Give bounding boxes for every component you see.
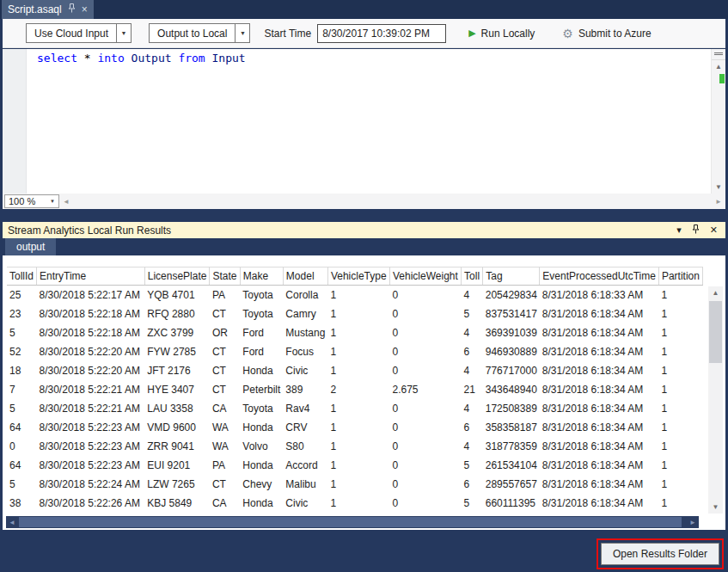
close-panel-icon[interactable]: ✕: [710, 224, 718, 236]
scroll-down-icon[interactable]: ▼: [712, 181, 725, 194]
scroll-down-icon[interactable]: ▼: [708, 501, 723, 514]
query-code-line[interactable]: select * into Output from Input: [37, 52, 246, 65]
splitter-grip-icon[interactable]: [712, 49, 725, 60]
document-tab-script-asaql[interactable]: Script.asaql ×: [2, 0, 94, 19]
table-row[interactable]: 648/30/2018 5:22:23 AMVMD 9600WAHondaCRV…: [7, 418, 703, 437]
table-cell: 5: [7, 399, 37, 418]
table-row[interactable]: 08/30/2018 5:22:23 AMZRR 9041WAVolvoS801…: [7, 437, 703, 456]
table-cell: 1: [658, 437, 702, 456]
column-header[interactable]: TollId: [7, 268, 37, 286]
column-header[interactable]: State: [210, 268, 240, 286]
column-header[interactable]: EventProcessedUtcTime: [540, 268, 659, 286]
grid-horizontal-scrollbar[interactable]: ◄ ►: [6, 516, 699, 528]
table-cell: 6: [462, 475, 483, 494]
input-source-dropdown[interactable]: Use Cloud Input ▼: [26, 23, 132, 43]
table-cell: CA: [210, 494, 240, 513]
table-cell: ZRR 9041: [144, 437, 210, 456]
run-locally-button[interactable]: ▶ Run Locally: [463, 27, 540, 40]
chevron-down-icon[interactable]: ▼: [235, 24, 249, 42]
grid-vertical-scrollbar[interactable]: ▲ ▼: [708, 286, 723, 514]
table-cell: 1: [327, 304, 389, 323]
close-tab-icon[interactable]: ×: [82, 4, 88, 15]
scroll-right-icon[interactable]: ►: [715, 198, 722, 206]
column-header[interactable]: Model: [283, 268, 327, 286]
window-menu-icon[interactable]: ▾: [676, 224, 682, 236]
table-cell: 4: [462, 361, 483, 380]
table-cell: 8/30/2018 5:22:23 AM: [37, 418, 145, 437]
table-cell: 25: [7, 286, 37, 304]
editor-vertical-scrollbar[interactable]: ▲ ▼: [711, 49, 725, 194]
output-target-dropdown[interactable]: Output to Local ▼: [149, 23, 250, 43]
scroll-up-icon[interactable]: ▲: [708, 286, 723, 299]
document-tab-strip: Script.asaql ×: [0, 0, 728, 19]
table-cell: 5: [7, 323, 37, 342]
table-cell: EUI 9201: [144, 456, 210, 475]
table-cell: CT: [210, 342, 240, 361]
zoom-level-dropdown[interactable]: 100 % ▼: [4, 194, 59, 208]
pin-icon[interactable]: [692, 224, 700, 236]
open-results-folder-button[interactable]: Open Results Folder: [601, 543, 719, 565]
table-cell: 1: [658, 380, 702, 399]
table-cell: 8/30/2018 5:22:24 AM: [37, 475, 145, 494]
azure-submit-icon: ⚙: [562, 28, 573, 40]
table-cell: CT: [210, 475, 240, 494]
column-header[interactable]: Toll: [462, 268, 483, 286]
code-editor[interactable]: select * into Output from Input ▲ ▼: [3, 49, 725, 194]
table-cell: OR: [210, 323, 240, 342]
table-cell: Rav4: [283, 399, 327, 418]
table-row[interactable]: 388/30/2018 5:22:26 AMKBJ 5849CAHondaCiv…: [7, 494, 703, 513]
identifier-input: Input: [205, 52, 246, 65]
table-cell: Toyota: [240, 399, 283, 418]
table-cell: Mustang: [283, 323, 327, 342]
pin-icon[interactable]: [68, 3, 76, 15]
scrollbar-thumb[interactable]: [709, 301, 722, 363]
table-cell: 8/31/2018 6:18:34 AM: [540, 418, 659, 437]
play-icon: ▶: [468, 28, 475, 38]
table-row[interactable]: 78/30/2018 5:22:21 AMHYE 3407CTPeterbilt…: [7, 380, 703, 399]
table-cell: CT: [210, 361, 240, 380]
table-cell: Malibu: [283, 475, 327, 494]
table-row[interactable]: 238/30/2018 5:22:18 AMRFQ 2880CTToyotaCa…: [7, 304, 703, 323]
scroll-left-icon[interactable]: ◄: [9, 519, 15, 526]
table-cell: 64: [7, 456, 37, 475]
table-row[interactable]: 58/30/2018 5:22:24 AMLZW 7265CTChevyMali…: [7, 475, 703, 494]
column-header[interactable]: VehicleWeight: [390, 268, 462, 286]
scrollbar-thumb[interactable]: [19, 517, 682, 527]
table-row[interactable]: 188/30/2018 5:22:20 AMJFT 2176CTHondaCiv…: [7, 361, 703, 380]
table-cell: 837531417: [483, 304, 540, 323]
column-header[interactable]: Make: [240, 268, 283, 286]
table-cell: 52: [7, 342, 37, 361]
start-time-input[interactable]: [317, 24, 446, 43]
table-cell: 1: [327, 418, 389, 437]
table-cell: 8/31/2018 6:18:34 AM: [540, 323, 659, 342]
change-marker: [719, 74, 725, 83]
table-row[interactable]: 258/30/2018 5:22:17 AMYQB 4701PAToyotaCo…: [7, 286, 703, 304]
table-row[interactable]: 648/30/2018 5:22:23 AMEUI 9201PAHondaAcc…: [7, 456, 703, 475]
table-cell: 1: [327, 323, 389, 342]
editor-horizontal-scrollbar[interactable]: ◄ ►: [59, 194, 725, 209]
table-cell: 2.675: [390, 380, 462, 399]
column-header[interactable]: LicensePlate: [144, 268, 210, 286]
chevron-down-icon[interactable]: ▼: [116, 24, 131, 42]
table-cell: CT: [210, 380, 240, 399]
table-cell: LZW 7265: [144, 475, 210, 494]
table-cell: 1: [658, 399, 702, 418]
table-row[interactable]: 58/30/2018 5:22:21 AMLAU 3358CAToyotaRav…: [7, 399, 703, 418]
table-cell: 369391039: [483, 323, 540, 342]
column-header[interactable]: Tag: [483, 268, 540, 286]
scroll-right-icon[interactable]: ►: [689, 519, 696, 526]
table-cell: WA: [210, 437, 240, 456]
table-cell: Camry: [283, 304, 327, 323]
scroll-left-icon[interactable]: ◄: [63, 198, 70, 206]
table-row[interactable]: 58/30/2018 5:22:18 AMZXC 3799ORFordMusta…: [7, 323, 703, 342]
scroll-up-icon[interactable]: ▲: [712, 60, 725, 73]
tab-output[interactable]: output: [5, 238, 56, 255]
column-header[interactable]: EntryTime: [37, 268, 145, 286]
table-row[interactable]: 528/30/2018 5:22:20 AMFYW 2785CTFordFocu…: [7, 342, 703, 361]
table-cell: 0: [390, 399, 462, 418]
column-header[interactable]: Partition: [658, 268, 702, 286]
table-cell: 0: [390, 361, 462, 380]
submit-to-azure-button[interactable]: ⚙ Submit to Azure: [557, 27, 656, 40]
column-header[interactable]: VehicleType: [327, 268, 389, 286]
table-cell: 5: [462, 494, 483, 513]
